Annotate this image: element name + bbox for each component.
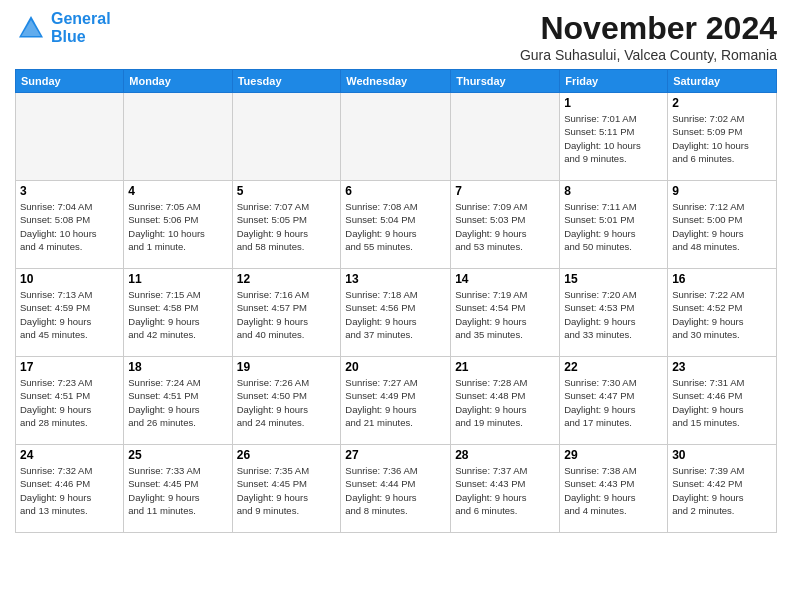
calendar-cell [124,93,232,181]
day-header-saturday: Saturday [668,70,777,93]
title-area: November 2024 Gura Suhasului, Valcea Cou… [520,10,777,63]
day-info: Sunrise: 7:28 AM Sunset: 4:48 PM Dayligh… [455,376,555,429]
page-container: General Blue November 2024 Gura Suhasulu… [0,0,792,538]
calendar-cell: 20Sunrise: 7:27 AM Sunset: 4:49 PM Dayli… [341,357,451,445]
calendar-cell: 2Sunrise: 7:02 AM Sunset: 5:09 PM Daylig… [668,93,777,181]
calendar-cell: 12Sunrise: 7:16 AM Sunset: 4:57 PM Dayli… [232,269,341,357]
calendar-cell: 24Sunrise: 7:32 AM Sunset: 4:46 PM Dayli… [16,445,124,533]
calendar-week-3: 10Sunrise: 7:13 AM Sunset: 4:59 PM Dayli… [16,269,777,357]
calendar-cell: 6Sunrise: 7:08 AM Sunset: 5:04 PM Daylig… [341,181,451,269]
calendar-cell: 7Sunrise: 7:09 AM Sunset: 5:03 PM Daylig… [451,181,560,269]
day-info: Sunrise: 7:02 AM Sunset: 5:09 PM Dayligh… [672,112,772,165]
calendar-week-4: 17Sunrise: 7:23 AM Sunset: 4:51 PM Dayli… [16,357,777,445]
day-info: Sunrise: 7:31 AM Sunset: 4:46 PM Dayligh… [672,376,772,429]
calendar-cell: 3Sunrise: 7:04 AM Sunset: 5:08 PM Daylig… [16,181,124,269]
calendar-cell [16,93,124,181]
calendar-cell: 19Sunrise: 7:26 AM Sunset: 4:50 PM Dayli… [232,357,341,445]
day-info: Sunrise: 7:32 AM Sunset: 4:46 PM Dayligh… [20,464,119,517]
calendar-cell [232,93,341,181]
day-info: Sunrise: 7:30 AM Sunset: 4:47 PM Dayligh… [564,376,663,429]
day-number: 3 [20,184,119,198]
day-info: Sunrise: 7:33 AM Sunset: 4:45 PM Dayligh… [128,464,227,517]
day-number: 19 [237,360,337,374]
day-number: 24 [20,448,119,462]
day-info: Sunrise: 7:09 AM Sunset: 5:03 PM Dayligh… [455,200,555,253]
day-number: 4 [128,184,227,198]
day-info: Sunrise: 7:38 AM Sunset: 4:43 PM Dayligh… [564,464,663,517]
day-info: Sunrise: 7:01 AM Sunset: 5:11 PM Dayligh… [564,112,663,165]
header: General Blue November 2024 Gura Suhasulu… [15,10,777,63]
calendar-cell: 22Sunrise: 7:30 AM Sunset: 4:47 PM Dayli… [560,357,668,445]
day-info: Sunrise: 7:19 AM Sunset: 4:54 PM Dayligh… [455,288,555,341]
day-number: 10 [20,272,119,286]
calendar-cell [341,93,451,181]
calendar-header-row: SundayMondayTuesdayWednesdayThursdayFrid… [16,70,777,93]
day-header-sunday: Sunday [16,70,124,93]
day-info: Sunrise: 7:20 AM Sunset: 4:53 PM Dayligh… [564,288,663,341]
calendar-cell: 14Sunrise: 7:19 AM Sunset: 4:54 PM Dayli… [451,269,560,357]
calendar-cell [451,93,560,181]
calendar-cell: 4Sunrise: 7:05 AM Sunset: 5:06 PM Daylig… [124,181,232,269]
logo-line1: General [51,10,111,27]
day-number: 2 [672,96,772,110]
day-info: Sunrise: 7:11 AM Sunset: 5:01 PM Dayligh… [564,200,663,253]
calendar-cell: 5Sunrise: 7:07 AM Sunset: 5:05 PM Daylig… [232,181,341,269]
day-info: Sunrise: 7:07 AM Sunset: 5:05 PM Dayligh… [237,200,337,253]
day-info: Sunrise: 7:23 AM Sunset: 4:51 PM Dayligh… [20,376,119,429]
day-info: Sunrise: 7:37 AM Sunset: 4:43 PM Dayligh… [455,464,555,517]
day-header-tuesday: Tuesday [232,70,341,93]
calendar-week-2: 3Sunrise: 7:04 AM Sunset: 5:08 PM Daylig… [16,181,777,269]
day-info: Sunrise: 7:26 AM Sunset: 4:50 PM Dayligh… [237,376,337,429]
day-number: 7 [455,184,555,198]
calendar: SundayMondayTuesdayWednesdayThursdayFrid… [15,69,777,533]
calendar-cell: 29Sunrise: 7:38 AM Sunset: 4:43 PM Dayli… [560,445,668,533]
logo-icon [15,12,47,44]
calendar-cell: 16Sunrise: 7:22 AM Sunset: 4:52 PM Dayli… [668,269,777,357]
day-header-monday: Monday [124,70,232,93]
day-number: 30 [672,448,772,462]
day-number: 8 [564,184,663,198]
day-info: Sunrise: 7:18 AM Sunset: 4:56 PM Dayligh… [345,288,446,341]
calendar-cell: 28Sunrise: 7:37 AM Sunset: 4:43 PM Dayli… [451,445,560,533]
day-number: 16 [672,272,772,286]
day-number: 23 [672,360,772,374]
day-info: Sunrise: 7:27 AM Sunset: 4:49 PM Dayligh… [345,376,446,429]
calendar-cell: 26Sunrise: 7:35 AM Sunset: 4:45 PM Dayli… [232,445,341,533]
day-number: 13 [345,272,446,286]
day-number: 25 [128,448,227,462]
day-number: 26 [237,448,337,462]
calendar-cell: 23Sunrise: 7:31 AM Sunset: 4:46 PM Dayli… [668,357,777,445]
day-number: 29 [564,448,663,462]
day-number: 17 [20,360,119,374]
subtitle: Gura Suhasului, Valcea County, Romania [520,47,777,63]
calendar-cell: 8Sunrise: 7:11 AM Sunset: 5:01 PM Daylig… [560,181,668,269]
calendar-cell: 11Sunrise: 7:15 AM Sunset: 4:58 PM Dayli… [124,269,232,357]
day-number: 27 [345,448,446,462]
day-number: 21 [455,360,555,374]
day-info: Sunrise: 7:16 AM Sunset: 4:57 PM Dayligh… [237,288,337,341]
calendar-cell: 25Sunrise: 7:33 AM Sunset: 4:45 PM Dayli… [124,445,232,533]
calendar-cell: 13Sunrise: 7:18 AM Sunset: 4:56 PM Dayli… [341,269,451,357]
calendar-cell: 1Sunrise: 7:01 AM Sunset: 5:11 PM Daylig… [560,93,668,181]
day-info: Sunrise: 7:24 AM Sunset: 4:51 PM Dayligh… [128,376,227,429]
day-header-friday: Friday [560,70,668,93]
day-info: Sunrise: 7:39 AM Sunset: 4:42 PM Dayligh… [672,464,772,517]
day-number: 15 [564,272,663,286]
day-info: Sunrise: 7:22 AM Sunset: 4:52 PM Dayligh… [672,288,772,341]
day-number: 11 [128,272,227,286]
day-info: Sunrise: 7:05 AM Sunset: 5:06 PM Dayligh… [128,200,227,253]
day-number: 22 [564,360,663,374]
day-info: Sunrise: 7:08 AM Sunset: 5:04 PM Dayligh… [345,200,446,253]
day-info: Sunrise: 7:36 AM Sunset: 4:44 PM Dayligh… [345,464,446,517]
day-number: 12 [237,272,337,286]
calendar-cell: 30Sunrise: 7:39 AM Sunset: 4:42 PM Dayli… [668,445,777,533]
day-number: 20 [345,360,446,374]
day-info: Sunrise: 7:15 AM Sunset: 4:58 PM Dayligh… [128,288,227,341]
calendar-cell: 17Sunrise: 7:23 AM Sunset: 4:51 PM Dayli… [16,357,124,445]
day-info: Sunrise: 7:04 AM Sunset: 5:08 PM Dayligh… [20,200,119,253]
calendar-week-5: 24Sunrise: 7:32 AM Sunset: 4:46 PM Dayli… [16,445,777,533]
svg-marker-1 [21,20,40,36]
day-number: 9 [672,184,772,198]
calendar-cell: 9Sunrise: 7:12 AM Sunset: 5:00 PM Daylig… [668,181,777,269]
month-title: November 2024 [520,10,777,47]
